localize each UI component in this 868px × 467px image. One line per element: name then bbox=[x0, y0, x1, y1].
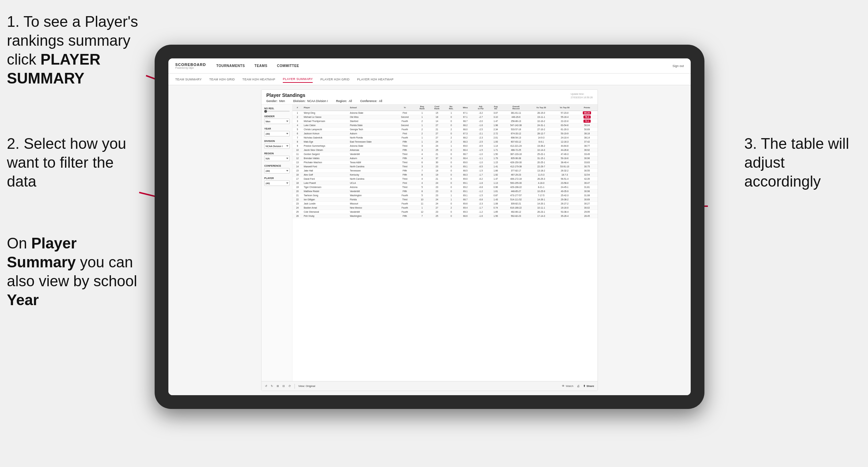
region-select[interactable]: N/A All bbox=[264, 156, 290, 161]
cell-rds: 2 bbox=[444, 206, 458, 210]
col-school: School bbox=[348, 104, 395, 111]
sub-nav-team-h2h-grid[interactable]: TEAM H2H GRID bbox=[209, 76, 235, 82]
sub-nav-team-summary[interactable]: TEAM SUMMARY bbox=[175, 76, 202, 82]
cell-wins: 69.1 bbox=[458, 181, 472, 185]
cell-avg-sg: 3.10 bbox=[489, 115, 502, 119]
share-btn[interactable]: ⬆ Share bbox=[583, 385, 594, 388]
annotation-text-2: Select how you want to filter the data bbox=[7, 135, 126, 190]
gender-select[interactable]: Men Women bbox=[264, 119, 290, 124]
cell-yr: Third bbox=[395, 198, 415, 202]
cell-conf-rank: 19 bbox=[430, 173, 444, 177]
cell-rds: 0 bbox=[444, 185, 458, 189]
clock-btn[interactable]: ⏱ bbox=[288, 385, 291, 388]
cell-conf-rank: 27 bbox=[430, 136, 444, 140]
cell-avg-sg: 1.56 bbox=[489, 214, 502, 218]
col-points: Points bbox=[576, 104, 598, 111]
cell-wins: 69.0 bbox=[458, 177, 472, 181]
cell-wins: 69.1 bbox=[458, 165, 472, 169]
cell-avg-sg: 1.47 bbox=[489, 119, 502, 123]
cell-vs50: 44-26-8 bbox=[553, 148, 576, 152]
nav-item-committee[interactable]: COMMITTEE bbox=[277, 63, 299, 69]
cell-wins: 69.6 bbox=[458, 202, 472, 206]
cell-overall: 562-82-23 bbox=[502, 214, 530, 218]
division-select[interactable]: NCAA Division I NCAA Division II NCAA Di… bbox=[264, 143, 290, 149]
nav-item-teams[interactable]: TEAMS bbox=[255, 63, 268, 69]
cell-points: 30.55 bbox=[576, 169, 598, 173]
cell-vs50: 61-20-3 bbox=[553, 127, 576, 132]
undo-btn[interactable]: ↺ bbox=[265, 385, 267, 388]
cell-points: 56.04 bbox=[576, 123, 598, 127]
cell-wins: 68.3 bbox=[458, 173, 472, 177]
cell-vs25: 14-9-3 bbox=[530, 136, 553, 140]
table-row: 7 Nicholas Gabrelcik North Florida Fourt… bbox=[292, 136, 598, 140]
cell-wins: 68.7 bbox=[458, 152, 472, 156]
nav-item-tournaments[interactable]: TOURNAMENTS bbox=[216, 63, 245, 69]
cell-rank: 26 bbox=[292, 214, 302, 218]
cell-overall: 406-172-16 bbox=[502, 177, 530, 181]
sub-nav-player-summary[interactable]: PLAYER SUMMARY bbox=[283, 76, 313, 83]
cell-overall: 387-133-16 bbox=[502, 152, 530, 156]
table-row: 10 Jacob Skov Olesen Arkansas Fifth 3 25… bbox=[292, 148, 598, 152]
cell-rds: 2 bbox=[444, 127, 458, 132]
cell-overall: 605-96-38 bbox=[502, 156, 530, 160]
toolbar-separator bbox=[294, 384, 295, 389]
cell-overall: 533-57-16 bbox=[502, 127, 530, 132]
cell-avg-sg: 1.66 bbox=[489, 169, 502, 173]
table-area[interactable]: # Player School Yr RegRank ConfRank No.R… bbox=[292, 104, 598, 381]
tablet: SCOREBOARD Powered by clipd TOURNAMENTS … bbox=[155, 45, 704, 409]
cell-rank: 11 bbox=[292, 152, 302, 156]
cell-conf-rank: 24 bbox=[430, 140, 444, 144]
player-select[interactable]: (All) bbox=[264, 180, 290, 186]
filter-division: Division: NCAA Division I bbox=[293, 99, 328, 103]
cell-overall: 547-142-38 bbox=[502, 123, 530, 127]
cell-rds: 0 bbox=[444, 132, 458, 136]
cell-vs50: 23-58-0 bbox=[553, 181, 576, 185]
cell-vs50: 12-16-3 bbox=[553, 140, 576, 144]
cell-rank: 16 bbox=[292, 173, 302, 177]
cell-conf-rank: 18 bbox=[430, 169, 444, 173]
no-rds-slider[interactable] bbox=[264, 111, 290, 112]
cell-rds: 2 bbox=[444, 140, 458, 144]
sub-nav: TEAM SUMMARY TEAM H2H GRID TEAM H2H HEAT… bbox=[168, 74, 691, 85]
cell-rds: 0 bbox=[444, 123, 458, 127]
filter-gender-label: Gender: bbox=[266, 99, 278, 103]
print-btn[interactable]: 🖨 bbox=[577, 385, 580, 388]
cell-reg-rank: 3 bbox=[415, 148, 430, 152]
table-row: 18 Luke Powell UCLA First 4 24 0 69.1 -1… bbox=[292, 181, 598, 185]
conference-select[interactable]: (All) bbox=[264, 168, 290, 174]
cell-rds: 0 bbox=[444, 156, 458, 160]
cell-yr: First bbox=[395, 132, 415, 136]
redo-btn[interactable]: ↻ bbox=[271, 385, 273, 388]
view-label[interactable]: View: Original bbox=[298, 385, 315, 388]
year-select[interactable]: (All) First Second Third Fourth Fifth bbox=[264, 131, 290, 136]
cell-player: Christo Lamprecht bbox=[302, 127, 348, 132]
cell-vs25: 26-23-1 bbox=[530, 210, 553, 214]
paste-btn[interactable]: ⊟ bbox=[282, 385, 285, 388]
cell-wins: 67.1 bbox=[458, 115, 472, 119]
cell-school: North Carolina bbox=[348, 177, 395, 181]
sub-nav-player-h2h-heatmap[interactable]: PLAYER H2H HEATMAP bbox=[357, 76, 393, 82]
col-overall: OverallRecord bbox=[502, 104, 530, 111]
cell-player: Michael Thorbjornsen bbox=[302, 119, 348, 123]
annotation-bold-year: Year bbox=[7, 291, 39, 308]
cell-vs50: 35-26-4 bbox=[553, 214, 576, 218]
cell-vs50: 18-7-3 bbox=[553, 173, 576, 177]
cell-player: Brendan Valdes bbox=[302, 156, 348, 160]
cell-wins: 69.1 bbox=[458, 189, 472, 193]
watch-btn[interactable]: 👁 Watch bbox=[562, 385, 573, 388]
app-logo: SCOREBOARD Powered by clipd bbox=[175, 63, 206, 69]
cell-vs25: 19-11-1 bbox=[530, 115, 553, 119]
table-row: 8 Mats Ege East Tennessee State Fifth 1 … bbox=[292, 140, 598, 144]
cell-rank: 17 bbox=[292, 177, 302, 181]
cell-overall: 440-26-6 bbox=[502, 115, 530, 119]
copy-btn[interactable]: ⊞ bbox=[277, 385, 279, 388]
cell-vs50: 50-19-9 bbox=[553, 132, 576, 136]
card-title: Player Standings bbox=[266, 92, 382, 98]
cell-vs25: 10-25-9 bbox=[530, 189, 553, 193]
sub-nav-team-h2h-heatmap[interactable]: TEAM H2H HEATMAP bbox=[242, 76, 275, 82]
sub-nav-player-h2h-grid[interactable]: PLAYER H2H GRID bbox=[320, 76, 349, 82]
cell-school: Arkansas bbox=[348, 148, 395, 152]
nav-sign-out[interactable]: Sign out bbox=[672, 64, 684, 68]
cell-vs50: 47-40-3 bbox=[553, 152, 576, 156]
cell-conf-rank: 14 bbox=[430, 119, 444, 123]
